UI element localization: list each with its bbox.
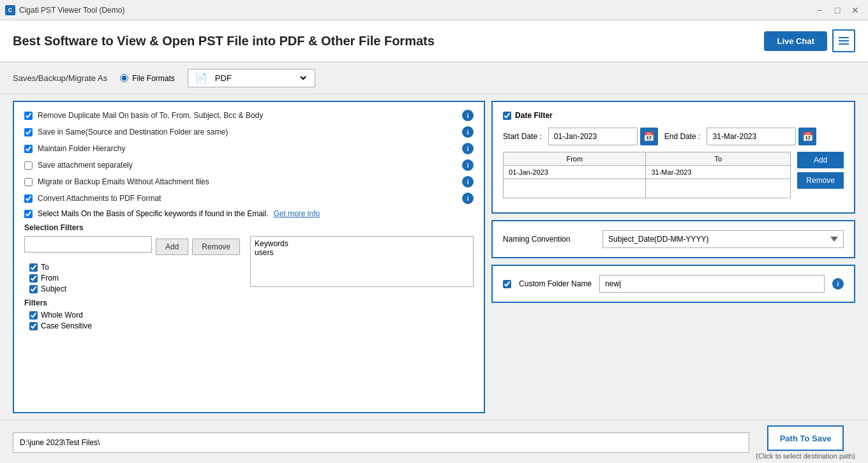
selection-filters-label: Selection Filters bbox=[24, 223, 474, 232]
date-table-wrapper: From To 01-Jan-2023 31-Mar-2023 bbox=[503, 152, 791, 203]
menu-button[interactable] bbox=[832, 29, 855, 52]
start-date-calendar-button[interactable]: 📅 bbox=[640, 128, 658, 145]
option-checkbox-3[interactable] bbox=[24, 145, 33, 153]
date-range-table: From To 01-Jan-2023 31-Mar-2023 bbox=[503, 152, 791, 198]
path-save-group: Path To Save (Click to select destinatio… bbox=[756, 425, 855, 460]
minimize-button[interactable]: − bbox=[812, 3, 827, 18]
info-icon-3[interactable]: i bbox=[462, 143, 474, 154]
end-date-wrapper: 📅 bbox=[707, 128, 816, 145]
option-checkbox-6[interactable] bbox=[24, 195, 33, 203]
selection-section: Select Mails On the Basis of Specific ke… bbox=[24, 209, 474, 335]
option-row-4: Save attachment separately i bbox=[24, 159, 474, 171]
close-button[interactable]: ✕ bbox=[848, 3, 863, 18]
cb-subject-label: Subject bbox=[41, 284, 66, 293]
start-date-input[interactable] bbox=[548, 128, 638, 145]
option-label-3: Maintain Folder Hierarchy bbox=[38, 144, 457, 153]
page-title: Best Software to View & Open PST File in… bbox=[13, 34, 435, 48]
custom-folder-input[interactable] bbox=[599, 275, 825, 293]
cb-whole-word[interactable] bbox=[29, 311, 38, 320]
path-to-save-button[interactable]: Path To Save bbox=[767, 425, 844, 451]
end-date-label: End Date : bbox=[664, 132, 701, 141]
table-cell-from: 01-Jan-2023 bbox=[504, 166, 646, 179]
end-date-calendar-button[interactable]: 📅 bbox=[798, 128, 816, 145]
option-checkbox-2[interactable] bbox=[24, 128, 33, 136]
info-icon-4[interactable]: i bbox=[462, 159, 474, 171]
filter-add-button[interactable]: Add bbox=[156, 239, 188, 255]
header-right: Live Chat bbox=[764, 29, 855, 52]
option-row-5: Migrate or Backup Emails Without Attachm… bbox=[24, 176, 474, 187]
date-filter-checkbox[interactable] bbox=[503, 112, 511, 120]
file-formats-radio[interactable]: File Formats bbox=[120, 74, 175, 83]
cb-to[interactable] bbox=[29, 263, 38, 272]
keywords-textarea[interactable]: Keywords users bbox=[250, 236, 474, 287]
date-filter-label: Date Filter bbox=[515, 111, 553, 120]
checkbox-subject: Subject bbox=[29, 284, 240, 293]
file-formats-label: File Formats bbox=[132, 74, 175, 83]
filter-remove-button[interactable]: Remove bbox=[192, 239, 240, 255]
cb-from[interactable] bbox=[29, 274, 38, 283]
info-icon-1[interactable]: i bbox=[462, 110, 474, 121]
naming-row: Naming Convention Subject_Date(DD-MM-YYY… bbox=[503, 230, 844, 248]
cb-whole-word-label: Whole Word bbox=[41, 311, 83, 320]
option-label-6: Convert Attachments to PDF Format bbox=[38, 194, 457, 203]
option-label-5: Migrate or Backup Emails Without Attachm… bbox=[38, 177, 457, 186]
date-filter-section: Date Filter Start Date : 📅 End Date : 📅 bbox=[491, 101, 855, 214]
custom-folder-row: Custom Folder Name i bbox=[503, 275, 844, 293]
date-filter-body: From To 01-Jan-2023 31-Mar-2023 bbox=[503, 152, 844, 203]
date-remove-button[interactable]: Remove bbox=[797, 172, 844, 189]
checkbox-from: From bbox=[29, 274, 240, 283]
cb-from-label: From bbox=[41, 274, 59, 283]
selection-left: Add Remove To From bbox=[24, 236, 240, 335]
naming-label: Naming Convention bbox=[503, 235, 592, 244]
saves-label: Saves/Backup/Migrate As bbox=[13, 73, 107, 83]
file-formats-radio-input[interactable] bbox=[120, 74, 128, 82]
date-add-button[interactable]: Add bbox=[797, 152, 844, 168]
format-bar: Saves/Backup/Migrate As File Formats 📄 P… bbox=[0, 62, 868, 94]
naming-convention-section: Naming Convention Subject_Date(DD-MM-YYY… bbox=[491, 220, 855, 258]
custom-folder-checkbox[interactable] bbox=[503, 280, 511, 288]
custom-folder-info-icon[interactable]: i bbox=[832, 278, 844, 290]
table-cell-to: 31-Mar-2023 bbox=[646, 166, 791, 179]
title-bar-controls: − □ ✕ bbox=[812, 3, 863, 18]
cb-subject[interactable] bbox=[29, 285, 38, 293]
custom-folder-label: Custom Folder Name bbox=[519, 279, 592, 288]
filter-options: Whole Word Case Sensitive bbox=[29, 311, 240, 330]
naming-select[interactable]: Subject_Date(DD-MM-YYYY) Date_Subject Su… bbox=[602, 230, 844, 248]
filter-checkboxes: To From Subject bbox=[29, 263, 240, 293]
option-row-1: Remove Duplicate Mail On basis of To, Fr… bbox=[24, 110, 474, 121]
start-date-wrapper: 📅 bbox=[548, 128, 658, 145]
title-bar-left: C Cigati PST Viewer Tool (Demo) bbox=[5, 5, 124, 15]
filters-label: Filters bbox=[24, 298, 240, 307]
main-content: Remove Duplicate Mail On basis of To, Fr… bbox=[0, 94, 868, 420]
option-label-1: Remove Duplicate Mail On basis of To, Fr… bbox=[38, 111, 457, 120]
format-select-wrapper[interactable]: 📄 PDF bbox=[188, 69, 315, 87]
app-title: Cigati PST Viewer Tool (Demo) bbox=[19, 6, 124, 15]
table-row-empty bbox=[504, 179, 791, 198]
info-icon-2[interactable]: i bbox=[462, 126, 474, 138]
path-bar: Path To Save (Click to select destinatio… bbox=[0, 420, 868, 463]
live-chat-button[interactable]: Live Chat bbox=[764, 31, 827, 51]
date-actions: Add Remove bbox=[797, 152, 844, 189]
format-select[interactable]: PDF bbox=[213, 73, 308, 84]
maximize-button[interactable]: □ bbox=[830, 3, 845, 18]
filter-text-input[interactable] bbox=[24, 236, 152, 253]
filter-input-row: Add Remove bbox=[24, 236, 240, 258]
pdf-icon: 📄 bbox=[195, 72, 207, 84]
start-date-label: Start Date : bbox=[503, 132, 542, 141]
option-row-2: Save in Same(Source and Destination Fold… bbox=[24, 126, 474, 138]
menu-line-2 bbox=[839, 40, 849, 41]
path-input[interactable] bbox=[13, 432, 749, 453]
title-bar: C Cigati PST Viewer Tool (Demo) − □ ✕ bbox=[0, 0, 868, 20]
info-icon-5[interactable]: i bbox=[462, 176, 474, 187]
selection-checkbox[interactable] bbox=[24, 210, 33, 218]
option-checkbox-4[interactable] bbox=[24, 161, 33, 170]
left-panel: Remove Duplicate Mail On basis of To, Fr… bbox=[13, 101, 485, 413]
selection-filters-content: Add Remove To From bbox=[24, 236, 474, 335]
option-checkbox-1[interactable] bbox=[24, 112, 33, 120]
app-icon: C bbox=[5, 5, 15, 15]
option-checkbox-5[interactable] bbox=[24, 178, 33, 186]
get-more-link[interactable]: Get more info bbox=[274, 209, 320, 218]
cb-case-sensitive[interactable] bbox=[29, 322, 38, 330]
info-icon-6[interactable]: i bbox=[462, 193, 474, 204]
end-date-input[interactable] bbox=[707, 128, 796, 145]
